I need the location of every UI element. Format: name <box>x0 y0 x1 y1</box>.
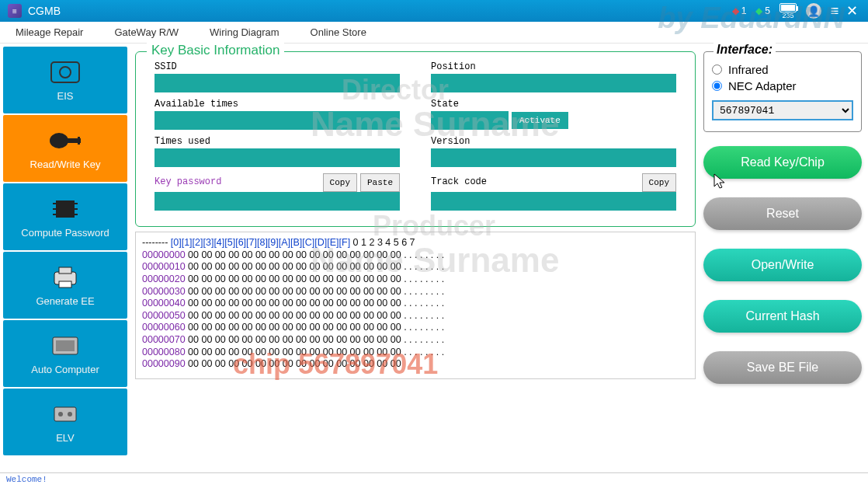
hex-row: 00000070 00 00 00 00 00 00 00 00 00 00 0… <box>142 334 689 347</box>
svg-rect-0 <box>51 62 79 82</box>
track-code-input[interactable] <box>431 192 676 211</box>
radio-infrared-row[interactable]: Infrared <box>712 63 853 76</box>
available-times-label: Available times <box>155 99 400 110</box>
hex-row: 00000090 00 00 00 00 00 00 00 00 00 00 0… <box>142 358 689 371</box>
state-input[interactable] <box>431 111 509 130</box>
sidebar-label: Generate EE <box>36 295 94 307</box>
hex-row: 00000050 00 00 00 00 00 00 00 00 00 00 0… <box>142 310 689 322</box>
times-used-label: Times used <box>155 136 400 147</box>
hex-viewer[interactable]: -------- [0][1][2][3][4][5][6][7][8][9][… <box>135 232 696 379</box>
group-title: Key Basic Information <box>147 43 284 58</box>
reset-button[interactable]: Reset <box>703 197 862 230</box>
sidebar-read-write-key[interactable]: Read/Write Key <box>3 115 127 182</box>
version-label: Version <box>431 136 676 147</box>
svg-point-19 <box>68 412 72 417</box>
hex-row: 00000060 00 00 00 00 00 00 00 00 00 00 0… <box>142 322 689 334</box>
gem-green-icon: ◆ <box>755 5 762 16</box>
sidebar-elv[interactable]: ELV <box>3 389 127 455</box>
state-label: State <box>431 99 676 110</box>
field-track-code: Track code Copy <box>431 173 676 211</box>
key-password-label: Key password <box>155 176 320 187</box>
sidebar-compute-password[interactable]: Compute Password <box>3 183 127 250</box>
version-input[interactable] <box>431 148 676 167</box>
position-input[interactable] <box>431 74 676 92</box>
user-avatar-icon[interactable]: 👤 <box>806 3 821 19</box>
field-state: State Activate <box>431 99 676 130</box>
svg-rect-17 <box>54 407 76 421</box>
field-available-times: Available times <box>155 99 400 130</box>
battery-indicator: 235 <box>779 3 797 19</box>
save-be-file-button[interactable]: Save BE File <box>703 351 862 384</box>
radio-infrared[interactable] <box>712 64 722 75</box>
chip-icon <box>47 196 84 222</box>
gem-red-icon: ◆ <box>732 5 739 16</box>
menu-mileage-repair[interactable]: Mileage Repair <box>16 26 83 38</box>
status-bar: Welcome! <box>0 472 868 488</box>
available-times-input[interactable] <box>155 111 400 130</box>
read-key-chip-button[interactable]: Read Key/Chip <box>703 146 862 179</box>
hex-row: 00000010 00 00 00 00 00 00 00 00 00 00 0… <box>142 261 689 274</box>
svg-point-2 <box>50 133 68 148</box>
field-times-used: Times used <box>155 136 400 167</box>
activate-button[interactable]: Activate <box>512 112 568 129</box>
hex-header-dashes: -------- <box>142 237 168 248</box>
radio-nec-row[interactable]: NEC Adapter <box>712 79 853 92</box>
sidebar-label: Read/Write Key <box>30 159 101 170</box>
svg-rect-13 <box>59 267 71 274</box>
svg-point-1 <box>60 67 71 78</box>
menu-wiring-diagram[interactable]: Wiring Diagram <box>210 26 279 38</box>
sidebar-generate-ee[interactable]: Generate EE <box>3 252 127 319</box>
ssid-label: SSID <box>155 61 400 72</box>
elv-icon <box>47 401 84 427</box>
hex-header-ascii: 0 1 2 3 4 5 6 7 <box>350 237 415 248</box>
svg-rect-5 <box>56 200 75 218</box>
field-version: Version <box>431 136 676 167</box>
radio-nec[interactable] <box>712 81 722 91</box>
key-icon <box>47 127 84 154</box>
interface-group: Interface: Infrared NEC Adapter 56789704… <box>703 51 862 132</box>
svg-rect-4 <box>78 137 80 145</box>
times-used-input[interactable] <box>155 148 400 167</box>
menu-online-store[interactable]: Online Store <box>311 26 366 38</box>
key-password-paste-button[interactable]: Paste <box>360 173 400 192</box>
hex-row: 00000000 00 00 00 00 00 00 00 00 00 00 0… <box>142 249 689 262</box>
menu-gateway-rw[interactable]: GateWay R/W <box>114 26 179 38</box>
menu-bar: Mileage Repair GateWay R/W Wiring Diagra… <box>0 22 868 44</box>
track-code-copy-button[interactable]: Copy <box>642 173 676 192</box>
nec-adapter-select[interactable]: 567897041 <box>712 100 853 120</box>
hex-row: 00000030 00 00 00 00 00 00 00 00 00 00 0… <box>142 286 689 298</box>
sidebar-eis[interactable]: EIS <box>3 47 127 113</box>
close-icon[interactable]: ✕ <box>843 2 860 19</box>
app-logo-icon: ≡ <box>8 4 22 18</box>
sidebar-label: ELV <box>56 432 75 444</box>
svg-rect-16 <box>56 340 75 351</box>
sidebar-label: Compute Password <box>21 227 109 239</box>
hex-row: 00000080 00 00 00 00 00 00 00 00 00 00 0… <box>142 347 689 359</box>
current-hash-button[interactable]: Current Hash <box>703 300 862 333</box>
sidebar-label: EIS <box>57 90 74 102</box>
hex-row: 00000040 00 00 00 00 00 00 00 00 00 00 0… <box>142 298 689 310</box>
field-key-password: Key password Copy Paste <box>155 173 400 211</box>
svg-point-18 <box>58 412 63 417</box>
sidebar: EIS Read/Write Key Compute Password Gene… <box>3 47 127 466</box>
ssid-input[interactable] <box>155 74 400 92</box>
field-ssid: SSID <box>155 61 400 92</box>
app-title: CGMB <box>28 5 61 17</box>
field-position: Position <box>431 61 676 92</box>
svg-rect-14 <box>59 281 71 288</box>
key-password-copy-button[interactable]: Copy <box>323 173 357 192</box>
gem-green-stat: ◆5 <box>755 5 770 16</box>
gem-red-stat: ◆1 <box>732 5 747 16</box>
position-label: Position <box>431 61 676 72</box>
key-password-input[interactable] <box>155 192 400 211</box>
open-write-button[interactable]: Open/Write <box>703 249 862 281</box>
ecu-icon <box>47 333 84 359</box>
sidebar-auto-computer[interactable]: Auto Computer <box>3 320 127 387</box>
key-basic-info-group: Key Basic Information SSID Position Avai… <box>135 51 696 227</box>
printer-icon <box>47 264 84 291</box>
hamburger-menu-icon[interactable]: ≡ <box>826 2 843 19</box>
track-code-label: Track code <box>431 176 639 187</box>
sidebar-label: Auto Computer <box>31 364 99 375</box>
hex-header-cols: [0][1][2][3][4][5][6][7][8][9][A][B][C][… <box>168 237 350 248</box>
title-bar: ≡ CGMB ◆1 ◆5 235 👤 ≡ ✕ <box>0 0 868 22</box>
